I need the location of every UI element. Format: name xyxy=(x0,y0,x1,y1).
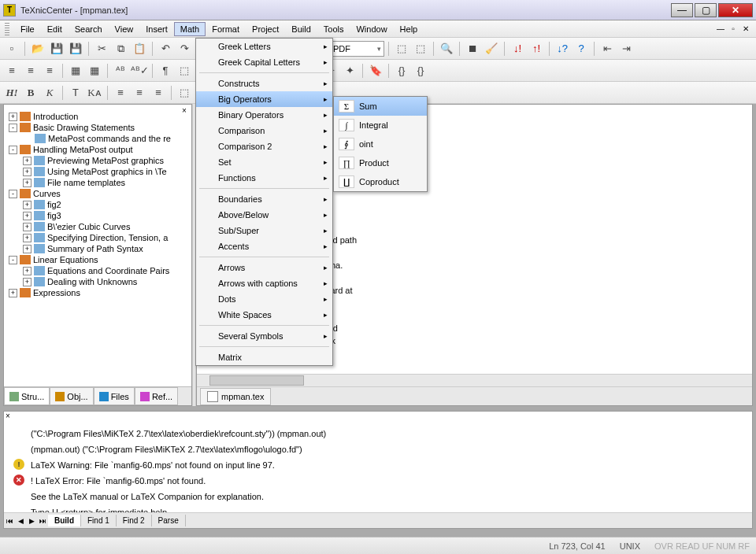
tree-expand-icon[interactable]: + xyxy=(9,113,17,121)
mdi-minimize-icon[interactable]: — xyxy=(715,24,726,35)
bigop-item-oint[interactable]: ∮oint xyxy=(334,135,427,153)
table-button[interactable]: ▦ xyxy=(67,62,84,79)
tt-button[interactable]: T xyxy=(67,84,84,102)
fraction-button[interactable]: ⬚ xyxy=(176,84,193,102)
build-view-button[interactable]: ⬚ xyxy=(412,40,429,57)
minimize-button[interactable]: — xyxy=(671,3,693,17)
italic-button[interactable]: K xyxy=(41,84,58,102)
output-nav-next[interactable]: ▶ xyxy=(26,517,37,525)
math-item-greek-letters[interactable]: Greek Letters▸ xyxy=(196,39,332,54)
output-nav-first[interactable]: ⏮ xyxy=(4,517,15,525)
menu-search[interactable]: Search xyxy=(69,22,109,36)
tree-node[interactable]: -Linear Equations xyxy=(6,254,190,265)
tree-expand-icon[interactable]: - xyxy=(9,124,17,132)
menu-tools[interactable]: Tools xyxy=(317,22,350,36)
tree-node[interactable]: +Introduction xyxy=(6,111,190,122)
output-tab-find2[interactable]: Find 2 xyxy=(117,515,152,526)
tree-tab-files[interactable]: Files xyxy=(94,387,135,405)
menu-build[interactable]: Build xyxy=(285,22,317,36)
math-item-arrows[interactable]: Arrows▸ xyxy=(196,260,332,275)
tree-expand-icon[interactable]: + xyxy=(23,212,32,220)
close-button[interactable]: ✕ xyxy=(718,3,753,17)
align-center-button[interactable]: ≡ xyxy=(131,84,148,102)
math-item-greek-capital-letters[interactable]: Greek Capital Letters▸ xyxy=(196,54,332,70)
bookmark-button[interactable]: 🔖 xyxy=(367,62,384,79)
pilcrow-button[interactable]: ¶ xyxy=(157,62,174,79)
align-right-button[interactable]: ≡ xyxy=(150,84,167,102)
menu-file[interactable]: File xyxy=(14,22,41,36)
math-item-big-operators[interactable]: Big Operators▸ xyxy=(196,91,332,107)
editor-tab[interactable]: mpman.tex xyxy=(200,388,271,405)
bigop-item-product[interactable]: ∏Product xyxy=(334,153,427,172)
tree-expand-icon[interactable]: + xyxy=(23,223,32,231)
open-button[interactable]: 📂 xyxy=(29,40,46,57)
panel-close-button[interactable]: × xyxy=(179,106,190,117)
tree-node[interactable]: +B\'ezier Cubic Curves xyxy=(6,221,190,232)
tree-node[interactable]: -Curves xyxy=(6,188,190,199)
math-item-sub-super[interactable]: Sub/Super▸ xyxy=(196,223,332,238)
indent-button[interactable]: ⇥ xyxy=(617,40,635,57)
math-item-comparison[interactable]: Comparison▸ xyxy=(196,123,332,138)
align-left-button[interactable]: ≡ xyxy=(112,84,129,102)
math-item-several-symbols[interactable]: Several Symbols▸ xyxy=(196,328,332,344)
num-list-button[interactable]: ≡ xyxy=(22,62,39,79)
cut-button[interactable]: ✂ xyxy=(93,40,110,57)
tree-node[interactable]: MetaPost commands and the re xyxy=(6,133,190,144)
menu-format[interactable]: Format xyxy=(206,22,246,36)
clean-button[interactable]: 🧹 xyxy=(483,40,500,57)
math-item-boundaries[interactable]: Boundaries▸ xyxy=(196,191,332,207)
save-button[interactable]: 💾 xyxy=(48,40,65,57)
desc-list-button[interactable]: ≡ xyxy=(41,62,58,79)
math-item-arrows-with-captions[interactable]: Arrows with captions▸ xyxy=(196,275,332,291)
paste-button[interactable]: 📋 xyxy=(131,40,148,57)
tree-expand-icon[interactable]: + xyxy=(23,168,32,176)
menu-math[interactable]: Math xyxy=(174,22,206,36)
tree-expand-icon[interactable]: + xyxy=(23,157,32,165)
maximize-button[interactable]: ▢ xyxy=(695,3,717,17)
menu-help[interactable]: Help xyxy=(394,22,424,36)
math-item-accents[interactable]: Accents▸ xyxy=(196,238,332,254)
math-item-dots[interactable]: Dots▸ xyxy=(196,291,332,307)
editor-hscrollbar[interactable] xyxy=(197,374,752,386)
save-all-button[interactable]: 💾 xyxy=(67,40,84,57)
menu-window[interactable]: Window xyxy=(350,22,393,36)
view-output-button[interactable]: 🔍 xyxy=(438,40,455,57)
bigop-item-coproduct[interactable]: ∐Coproduct xyxy=(334,172,427,191)
tree-node[interactable]: +Equations and Coordinate Pairs xyxy=(6,265,190,276)
output-tab-find1[interactable]: Find 1 xyxy=(81,515,117,526)
toolbar-grip[interactable] xyxy=(5,23,9,35)
tree-node[interactable]: +File name templates xyxy=(6,177,190,188)
tree-expand-icon[interactable]: + xyxy=(23,267,32,275)
output-tab-parse[interactable]: Parse xyxy=(152,515,186,526)
prev-error-button[interactable]: ↑! xyxy=(528,40,545,57)
math-item-binary-operators[interactable]: Binary Operators▸ xyxy=(196,107,332,123)
tree-tab-stru[interactable]: Stru... xyxy=(4,387,50,405)
bigop-item-sum[interactable]: ΣSum xyxy=(334,97,427,116)
tree-expand-icon[interactable]: - xyxy=(9,146,17,154)
tree-expand-icon[interactable]: + xyxy=(23,179,32,187)
heading-button[interactable]: H! xyxy=(3,84,20,102)
smallcaps-button[interactable]: Kᴀ xyxy=(86,84,103,102)
output-text[interactable]: ("C:\Program Files\MiKTeX 2.7\tex\latex\… xyxy=(4,423,752,512)
math-item-functions[interactable]: Functions▸ xyxy=(196,170,332,186)
tree-node[interactable]: +Expressions xyxy=(6,287,190,298)
output-nav-prev[interactable]: ◀ xyxy=(15,517,26,525)
copy-button[interactable]: ⧉ xyxy=(112,40,129,57)
tree-tab-obj[interactable]: Obj... xyxy=(50,387,93,405)
output-close-button[interactable]: × xyxy=(4,412,15,423)
math-item-constructs[interactable]: Constructs▸ xyxy=(196,76,332,91)
tree-node[interactable]: +Dealing with Unknowns xyxy=(6,276,190,287)
menu-edit[interactable]: Edit xyxy=(41,22,69,36)
bigop-item-integral[interactable]: ∫Integral xyxy=(334,116,427,135)
outdent-button[interactable]: ⇤ xyxy=(598,40,616,57)
bullet-list-button[interactable]: ≡ xyxy=(3,62,20,79)
tree-expand-icon[interactable]: + xyxy=(23,201,32,209)
tabular-button[interactable]: ▦ xyxy=(86,62,103,79)
tree-node[interactable]: -Basic Drawing Statements xyxy=(6,122,190,133)
tree-expand-icon[interactable]: + xyxy=(23,278,32,286)
build-button[interactable]: ⬚ xyxy=(393,40,410,57)
help-button[interactable]: ? xyxy=(573,40,590,57)
new-button[interactable]: ▫ xyxy=(3,40,20,57)
misc1-button[interactable]: ⬚ xyxy=(176,62,193,79)
menu-view[interactable]: View xyxy=(109,22,140,36)
